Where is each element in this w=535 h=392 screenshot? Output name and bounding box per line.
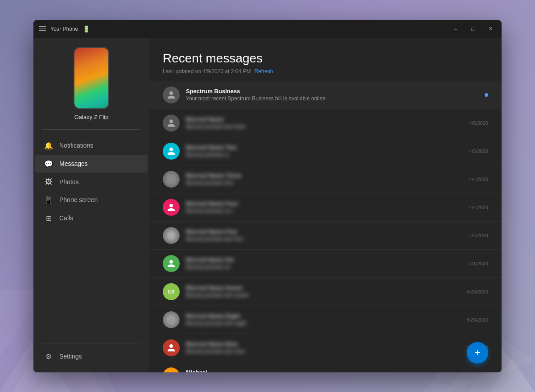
message-sender: Blurred Name Two <box>186 144 463 151</box>
message-date: 4/5/2020 <box>469 149 488 154</box>
sidebar-item-messages[interactable]: 💬 Messages <box>35 155 148 173</box>
message-preview: Your most recent Spectrum Business bill … <box>186 95 488 102</box>
sidebar: Galaxy Z Flip 🔔 Notifications 💬 Messages… <box>33 38 149 372</box>
message-content: Michael Awesome <box>186 369 460 372</box>
message-item[interactable]: Blurred Name Two Blurred preview ur 4/5/… <box>149 137 502 165</box>
message-sender: Spectrum Business <box>186 88 488 95</box>
sidebar-item-calls[interactable]: ⊞ Calls <box>35 210 148 227</box>
message-content: Blurred Name Seven Blurred preview text … <box>186 285 460 298</box>
nav-items: 🔔 Notifications 💬 Messages 🖼 Photos 📱 Ph… <box>33 134 149 338</box>
hamburger-icon[interactable] <box>39 26 46 31</box>
message-preview: Blurred preview text five <box>186 236 463 242</box>
avatar: M <box>163 367 180 372</box>
sidebar-bottom-divider <box>42 343 140 343</box>
sidebar-item-messages-label: Messages <box>59 160 88 167</box>
message-item[interactable]: Blurred Name Nine Blurred preview text n… <box>149 334 502 362</box>
message-item[interactable]: Blurred Name Five Blurred preview text f… <box>149 222 502 250</box>
phone-name: Galaxy Z Flip <box>74 114 109 120</box>
calls-icon: ⊞ <box>44 214 53 223</box>
app-window: Your Phone 🔋 – □ ✕ Galaxy Z Flip 🔔 Notif… <box>33 20 502 372</box>
message-date: 4/4/2020 <box>469 205 488 210</box>
message-content: Blurred Name Three Blurred preview text <box>186 172 463 186</box>
last-updated-text: Last updated on 4/9/2020 at 2:04 PM <box>163 68 251 74</box>
sidebar-bottom: ⚙ Settings <box>33 338 149 372</box>
main-content: Galaxy Z Flip 🔔 Notifications 💬 Messages… <box>33 38 502 372</box>
phone-screen-icon: 📱 <box>44 196 53 204</box>
message-sender: Blurred Name Three <box>186 172 463 179</box>
message-item[interactable]: Blurred Name Six Blurred preview on 4/1/… <box>149 250 502 278</box>
photos-icon: 🖼 <box>44 178 53 186</box>
message-content: Blurred Name Nine Blurred preview text n… <box>186 341 460 355</box>
avatar <box>163 143 180 160</box>
title-bar-controls: – □ ✕ <box>451 24 496 33</box>
sidebar-item-notifications[interactable]: 🔔 Notifications <box>35 137 148 154</box>
message-item[interactable]: Blurred Name Eight Blurred preview text … <box>149 306 502 334</box>
message-date: 4/4/2020 <box>469 177 488 182</box>
refresh-button[interactable]: Refresh <box>254 68 273 74</box>
phone-preview: Galaxy Z Flip <box>33 38 149 129</box>
message-date: 4/4/2020 <box>469 233 488 238</box>
sidebar-item-phone-screen[interactable]: 📱 Phone screen <box>35 191 148 209</box>
avatar <box>163 311 180 328</box>
message-sender: Blurred Name Nine <box>186 341 460 347</box>
sidebar-item-settings[interactable]: ⚙ Settings <box>35 348 148 365</box>
message-item[interactable]: Blurred Name Three Blurred preview text … <box>149 165 502 194</box>
message-content: Spectrum Business Your most recent Spect… <box>186 88 488 102</box>
message-preview: Blurred preview on <box>186 264 463 270</box>
phone-mockup <box>74 47 109 109</box>
messages-subtitle: Last updated on 4/9/2020 at 2:04 PM Refr… <box>163 68 488 74</box>
sidebar-item-calls-label: Calls <box>59 215 73 222</box>
message-date: 3/23/2020 <box>466 289 488 294</box>
avatar: ES <box>163 283 180 300</box>
avatar <box>163 227 180 244</box>
battery-icon: 🔋 <box>82 25 90 33</box>
message-item[interactable]: Blurred Name Four Blurred preview us t 4… <box>149 194 502 222</box>
message-preview: Blurred preview text nine <box>186 348 460 355</box>
sidebar-item-photos[interactable]: 🖼 Photos <box>35 173 148 190</box>
message-sender: Michael <box>186 369 460 372</box>
message-preview: Blurred preview text seven <box>186 292 460 298</box>
sidebar-item-photos-label: Photos <box>59 178 79 186</box>
compose-button[interactable]: + <box>467 342 488 363</box>
message-sender: Blurred Name Six <box>186 256 463 263</box>
message-content: Blurred Name Blurred preview text here <box>186 116 463 130</box>
phone-screen <box>74 48 108 108</box>
message-item[interactable]: Spectrum Business Your most recent Spect… <box>149 81 502 109</box>
sidebar-item-phone-screen-label: Phone screen <box>59 196 98 203</box>
message-content: Blurred Name Eight Blurred preview text … <box>186 313 460 326</box>
close-button[interactable]: ✕ <box>485 24 496 33</box>
message-sender: Blurred Name Seven <box>186 285 460 291</box>
avatar <box>163 115 180 132</box>
avatar <box>163 255 180 272</box>
message-date: 4/5/2020 <box>469 120 488 126</box>
message-item[interactable]: ES Blurred Name Seven Blurred preview te… <box>149 278 502 306</box>
messages-title: Recent messages <box>163 51 488 66</box>
sidebar-item-settings-label: Settings <box>59 353 82 360</box>
right-panel: Recent messages Last updated on 4/9/2020… <box>149 38 502 372</box>
message-sender: Blurred Name Eight <box>186 313 460 319</box>
message-content: Blurred Name Five Blurred preview text f… <box>186 228 463 242</box>
maximize-button[interactable]: □ <box>468 25 478 33</box>
message-preview: Blurred preview ur <box>186 152 463 158</box>
notifications-icon: 🔔 <box>44 141 53 150</box>
message-preview: Blurred preview text <box>186 180 463 186</box>
app-title: Your Phone <box>50 26 78 32</box>
message-sender: Blurred Name Four <box>186 200 463 207</box>
message-item[interactable]: M Michael Awesome 3/20/2020 <box>149 362 502 372</box>
settings-icon: ⚙ <box>44 352 53 361</box>
avatar <box>163 339 180 356</box>
message-preview: Blurred preview text eight <box>186 320 460 326</box>
messages-icon: 💬 <box>44 160 53 168</box>
title-bar: Your Phone 🔋 – □ ✕ <box>33 20 502 38</box>
message-content: Blurred Name Two Blurred preview ur <box>186 144 463 158</box>
title-bar-left: Your Phone 🔋 <box>39 25 451 33</box>
message-item[interactable]: Blurred Name Blurred preview text here 4… <box>149 109 502 137</box>
avatar <box>163 87 180 103</box>
avatar <box>163 199 180 216</box>
minimize-button[interactable]: – <box>451 25 461 33</box>
message-preview: Blurred preview text here <box>186 124 463 130</box>
messages-list: Spectrum Business Your most recent Spect… <box>149 81 502 372</box>
message-content: Blurred Name Four Blurred preview us t <box>186 200 463 214</box>
unread-indicator <box>485 93 488 97</box>
message-date: 4/1/2020 <box>469 261 488 266</box>
